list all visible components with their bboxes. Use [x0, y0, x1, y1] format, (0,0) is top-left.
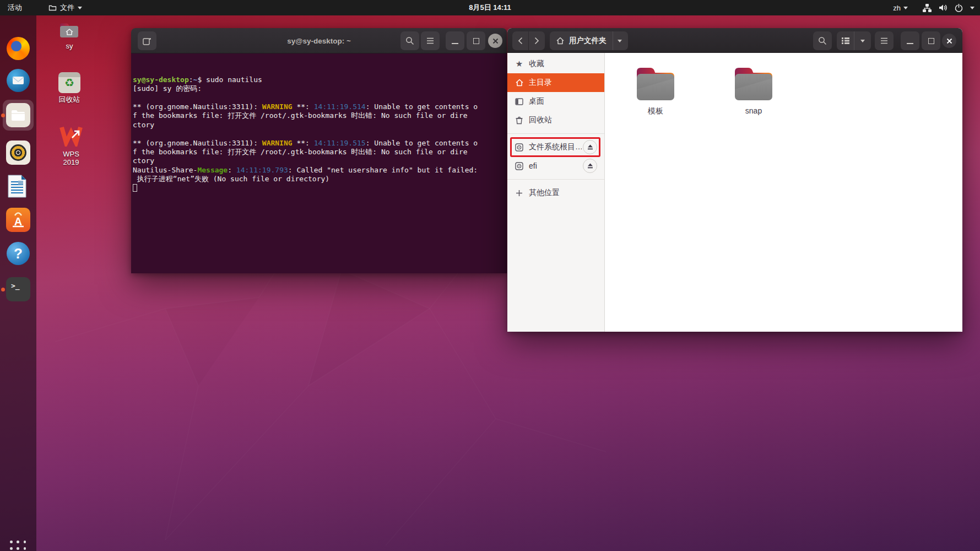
sidebar-item-label: 其他位置 [529, 188, 560, 198]
files-running-indicator [1, 114, 5, 117]
desktop-icon-wps[interactable]: WPS 2019 [54, 125, 88, 166]
top-bar: 活动 文件 8月5日 14:11 zh [0, 0, 980, 15]
dock-item-rhythmbox[interactable] [6, 141, 30, 165]
desktop-icon-label: sy [53, 42, 86, 50]
terminal-minimize-button[interactable] [446, 31, 464, 50]
dock-item-thunderbird[interactable] [6, 68, 30, 93]
home-icon [556, 37, 565, 45]
input-method-indicator[interactable]: zh [893, 4, 908, 12]
terminal-window: sy@sy-desktop: ~ sy@sy-desktop:~$ sudo n… [131, 28, 507, 273]
desktop-icon-label: WPS 2019 [54, 150, 88, 166]
terminal-search-button[interactable] [400, 31, 419, 50]
clock[interactable]: 8月5日 14:11 [469, 0, 511, 15]
sidebar-item-回收站[interactable]: 回收站 [507, 111, 604, 129]
files-maximize-button[interactable] [922, 31, 940, 50]
terminal-titlebar[interactable]: sy@sy-desktop: ~ [131, 28, 507, 53]
file-item-label: snap [732, 106, 776, 115]
show-applications-button[interactable] [8, 539, 28, 551]
dock-item-firefox[interactable] [6, 36, 30, 61]
sidebar-item-桌面[interactable]: 桌面 [507, 92, 604, 111]
sidebar-item-label: 主目录 [529, 78, 552, 88]
file-item-snap[interactable]: snap [732, 62, 776, 115]
chevron-down-icon[interactable] [618, 40, 622, 42]
terminal-output[interactable]: sy@sy-desktop:~$ sudo nautilus[sudo] sy … [131, 53, 507, 273]
chevron-down-icon [903, 7, 908, 9]
app-menu-label: 文件 [60, 3, 74, 13]
sidebar-item-label: 桌面 [529, 96, 544, 106]
dock: A ? >_ [0, 15, 36, 551]
view-options-dropdown[interactable] [854, 31, 870, 50]
svg-text:A: A [14, 215, 22, 228]
desktop-icon [515, 98, 524, 105]
trash-icon: ♻ [58, 72, 80, 93]
sidebar-separator [507, 179, 604, 180]
new-tab-button[interactable] [138, 31, 156, 50]
libreoffice-writer-icon [6, 174, 28, 198]
files-search-button[interactable] [813, 31, 832, 50]
terminal-maximize-button[interactable] [467, 31, 485, 50]
trash-icon [515, 116, 524, 125]
help-icon: ? [7, 242, 30, 265]
chevron-down-icon[interactable] [970, 7, 974, 9]
input-method-label: zh [893, 4, 901, 12]
files-content[interactable]: 模板snap [605, 53, 962, 332]
dock-item-ubuntu-software[interactable]: A [6, 208, 30, 232]
file-item-模板[interactable]: 模板 [634, 62, 678, 116]
sidebar-item-efi[interactable]: efi [507, 156, 604, 175]
sidebar-item-文件系统根目…[interactable]: 文件系统根目… [507, 138, 604, 156]
network-icon[interactable] [923, 4, 932, 12]
power-icon[interactable] [955, 4, 963, 12]
files-minimize-button[interactable] [901, 31, 919, 50]
eject-button[interactable] [583, 159, 597, 173]
folder-icon [48, 4, 57, 11]
path-label: 用户文件夹 [569, 36, 607, 46]
terminal-cursor [133, 184, 137, 192]
volume-icon[interactable] [939, 4, 947, 12]
star-icon: ★ [515, 59, 524, 69]
app-menu-button[interactable]: 文件 [43, 0, 88, 15]
chevron-down-icon [78, 7, 82, 9]
system-tray[interactable]: zh [893, 0, 974, 15]
sidebar-item-其他位置[interactable]: 其他位置 [507, 183, 604, 202]
desktop-icon-trash[interactable]: ♻ 回收站 [54, 72, 85, 105]
list-view-icon[interactable] [837, 31, 854, 50]
files-headerbar[interactable]: 用户文件夹 [507, 28, 962, 53]
forward-button[interactable] [529, 31, 545, 50]
firefox-icon [7, 37, 30, 60]
files-menu-button[interactable] [875, 31, 894, 50]
sidebar-item-主目录[interactable]: 主目录 [507, 73, 604, 92]
folder-icon [634, 62, 678, 104]
terminal-menu-button[interactable] [421, 31, 440, 50]
eject-button[interactable] [583, 140, 597, 154]
activities-button[interactable]: 活动 [0, 0, 30, 15]
sidebar-item-label: 文件系统根目… [529, 142, 582, 152]
files-icon [6, 103, 30, 127]
disk-icon [515, 162, 524, 170]
desktop-screen: 活动 文件 8月5日 14:11 zh [0, 0, 980, 551]
clock-label: 8月5日 14:11 [469, 3, 511, 13]
folder-icon [732, 62, 776, 104]
terminal-running-indicator [1, 288, 5, 291]
files-window: 用户文件夹 ★收藏主目录桌面回收站文件系统根 [507, 28, 962, 332]
plus-icon [515, 190, 524, 197]
desktop-icon-label: 回收站 [54, 95, 85, 105]
activities-label: 活动 [8, 3, 22, 13]
dock-item-help[interactable]: ? [6, 241, 30, 266]
sidebar-item-label: 回收站 [529, 115, 552, 125]
dock-item-libreoffice-writer[interactable] [6, 174, 30, 198]
sidebar-item-label: efi [529, 161, 537, 170]
dock-item-terminal[interactable]: >_ [6, 277, 30, 301]
sidebar-item-label: 收藏 [529, 59, 544, 69]
sidebar-item-收藏[interactable]: ★收藏 [507, 55, 604, 73]
terminal-lines: sy@sy-desktop:~$ sudo nautilus[sudo] sy … [133, 75, 506, 193]
path-button[interactable]: 用户文件夹 [550, 31, 628, 50]
home-icon [515, 79, 524, 87]
terminal-close-button[interactable] [488, 34, 502, 48]
ubuntu-software-icon: A [6, 208, 30, 232]
view-toggle-button[interactable] [837, 31, 871, 50]
files-close-button[interactable] [942, 34, 956, 48]
dock-item-files[interactable] [6, 103, 30, 127]
home-folder-icon [59, 21, 80, 39]
back-button[interactable] [512, 31, 528, 50]
desktop-icon-home[interactable]: sy [53, 21, 86, 50]
